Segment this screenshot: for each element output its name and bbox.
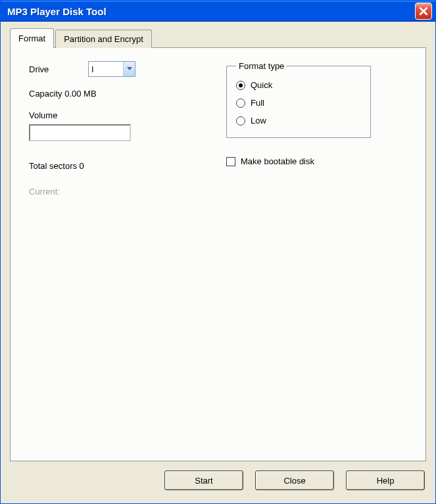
drive-row: Drive I [29,61,200,77]
current-label: Current: [29,187,200,196]
help-button[interactable]: Help [346,470,425,490]
bootable-label: Make bootable disk [241,156,314,166]
close-button-label: Close [283,476,305,486]
client-area: Format Partition and Encrypt Drive I [1,22,435,503]
radio-icon [236,116,245,126]
radio-quick-label: Quick [251,80,272,90]
window-title: MP3 Player Disk Tool [7,6,107,17]
titlebar: MP3 Player Disk Tool [1,1,435,22]
close-icon [419,7,428,16]
drive-value: I [91,64,94,74]
left-column: Drive I Capacity 0.00 MB [29,61,200,208]
drive-label: Drive [29,64,88,74]
start-button-label: Start [195,476,212,486]
right-column: Format type Quick Full Low [226,61,407,170]
radio-full-label: Full [251,98,264,108]
capacity-text: Capacity 0.00 MB [29,89,200,99]
button-row: Start Close Help [10,461,426,495]
dialog-window: MP3 Player Disk Tool Format Partition an… [0,0,436,504]
tab-row: Format Partition and Encrypt [10,30,426,48]
tab-partition-encrypt[interactable]: Partition and Encrypt [55,30,152,48]
drive-select[interactable]: I [88,61,135,77]
volume-label: Volume [29,110,200,120]
volume-group: Volume [29,110,200,141]
tab-partition-label: Partition and Encrypt [64,34,143,44]
volume-input[interactable] [29,124,131,141]
radio-low[interactable]: Low [236,112,361,129]
chevron-down-icon [127,67,132,71]
format-type-legend: Format type [236,61,287,71]
drive-dropdown-arrow[interactable] [123,62,135,76]
radio-icon [236,99,245,108]
bootable-checkbox-row[interactable]: Make bootable disk [226,152,407,170]
radio-icon [236,81,245,90]
tab-panel-format: Drive I Capacity 0.00 MB [10,47,426,461]
radio-quick[interactable]: Quick [236,76,361,94]
tab-format-label: Format [18,34,45,43]
total-sectors-text: Total sectors 0 [29,161,200,171]
checkbox-icon [226,157,235,166]
close-button[interactable]: Close [255,470,334,490]
radio-low-label: Low [251,116,266,126]
tabs-container: Format Partition and Encrypt Drive I [10,30,426,461]
radio-full[interactable]: Full [236,94,361,112]
format-type-group: Format type Quick Full Low [226,61,371,138]
close-window-button[interactable] [415,3,432,20]
help-button-label: Help [377,476,395,486]
tab-format[interactable]: Format [10,28,54,48]
form-columns: Drive I Capacity 0.00 MB [29,61,407,208]
start-button[interactable]: Start [164,470,243,490]
